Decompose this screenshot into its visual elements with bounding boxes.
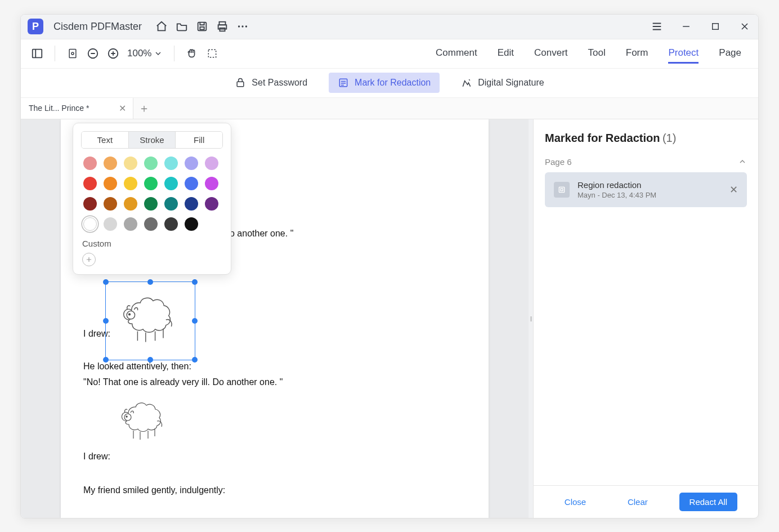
content-row: o another one. " I drew: He looked atten… bbox=[21, 119, 758, 518]
color-swatch[interactable] bbox=[104, 157, 117, 170]
color-picker-popup: Text Stroke Fill Custom bbox=[73, 123, 231, 275]
document-tab-label: The Lit... Prince * bbox=[29, 104, 89, 113]
close-window-button[interactable] bbox=[738, 20, 751, 33]
resize-handle[interactable] bbox=[103, 318, 109, 324]
tab-edit[interactable]: Edit bbox=[498, 44, 514, 64]
color-swatch[interactable] bbox=[205, 157, 218, 170]
color-tab-stroke[interactable]: Stroke bbox=[128, 132, 176, 148]
tab-convert[interactable]: Convert bbox=[534, 44, 568, 64]
zoom-level[interactable]: 100% bbox=[127, 48, 163, 59]
color-swatch[interactable] bbox=[144, 217, 158, 231]
page-group-header[interactable]: Page 6 bbox=[545, 157, 747, 167]
zoom-value: 100% bbox=[127, 48, 151, 59]
tab-protect[interactable]: Protect bbox=[668, 44, 699, 64]
sidebar-toggle-icon[interactable] bbox=[31, 47, 43, 60]
color-swatch[interactable] bbox=[83, 157, 97, 170]
zoom-in-icon[interactable] bbox=[107, 47, 119, 60]
svg-point-5 bbox=[238, 25, 240, 27]
color-swatch[interactable] bbox=[164, 197, 178, 211]
add-custom-color-button[interactable] bbox=[82, 253, 96, 266]
text-line: o another one. " bbox=[230, 229, 466, 239]
redact-icon bbox=[338, 77, 349, 88]
color-swatch[interactable] bbox=[164, 217, 178, 231]
home-icon[interactable] bbox=[155, 20, 168, 33]
redaction-selection[interactable] bbox=[105, 281, 195, 360]
set-password-button[interactable]: Set Password bbox=[226, 73, 316, 93]
menu-icon[interactable] bbox=[650, 20, 664, 33]
tab-comment[interactable]: Comment bbox=[436, 44, 477, 64]
color-swatch[interactable] bbox=[185, 217, 198, 231]
color-swatch[interactable] bbox=[164, 177, 178, 190]
color-swatch[interactable] bbox=[104, 177, 117, 190]
color-swatch[interactable] bbox=[124, 197, 137, 211]
more-icon[interactable] bbox=[236, 20, 249, 33]
color-tab-fill[interactable]: Fill bbox=[175, 132, 222, 148]
resize-handle[interactable] bbox=[192, 357, 198, 363]
custom-color-label: Custom bbox=[82, 239, 223, 248]
redact-all-button[interactable]: Redact All bbox=[679, 493, 738, 511]
color-swatch[interactable] bbox=[164, 157, 178, 170]
color-swatch[interactable] bbox=[83, 197, 97, 211]
delete-redaction-icon[interactable]: ✕ bbox=[729, 184, 738, 196]
redaction-item[interactable]: Region redaction Mayn - Dec 13, 4:43 PM … bbox=[545, 172, 747, 207]
lock-icon bbox=[235, 77, 246, 88]
text-line: He looked attentively, then: bbox=[83, 361, 466, 372]
color-swatch[interactable] bbox=[185, 157, 198, 170]
svg-point-18 bbox=[126, 415, 127, 417]
text-line: "No! That one is already very ill. Do an… bbox=[83, 377, 466, 387]
resize-handle[interactable] bbox=[103, 357, 109, 363]
redaction-title: Region redaction bbox=[577, 180, 722, 190]
color-swatch[interactable] bbox=[185, 177, 198, 190]
marquee-select-icon[interactable] bbox=[206, 47, 218, 60]
add-tab-button[interactable]: ＋ bbox=[133, 98, 155, 119]
resize-handle[interactable] bbox=[147, 279, 153, 285]
mode-tabs: Comment Edit Convert Tool Form Protect P… bbox=[436, 44, 748, 64]
color-swatch[interactable] bbox=[83, 177, 97, 190]
clear-button[interactable]: Clear bbox=[617, 493, 658, 511]
svg-rect-8 bbox=[713, 24, 719, 30]
color-swatch[interactable] bbox=[205, 177, 218, 190]
color-swatch[interactable] bbox=[144, 197, 158, 211]
redaction-info: Region redaction Mayn - Dec 13, 4:43 PM bbox=[577, 180, 722, 199]
color-swatch[interactable] bbox=[144, 177, 158, 190]
svg-rect-9 bbox=[33, 50, 42, 58]
tab-page[interactable]: Page bbox=[719, 44, 741, 64]
page-settings-icon[interactable] bbox=[66, 47, 79, 60]
resize-handle[interactable] bbox=[103, 279, 109, 285]
maximize-button[interactable] bbox=[709, 20, 722, 33]
digital-signature-button[interactable]: Digital Signature bbox=[452, 73, 553, 93]
app-window: P Cisdem PDFMaster bbox=[20, 14, 759, 518]
color-tab-text[interactable]: Text bbox=[82, 132, 128, 148]
zoom-out-icon[interactable] bbox=[87, 47, 99, 60]
color-swatch[interactable] bbox=[205, 197, 218, 211]
panel-resize-gutter[interactable] bbox=[529, 119, 533, 518]
panel-footer: Close Clear Redact All bbox=[534, 485, 758, 518]
tab-tool[interactable]: Tool bbox=[588, 44, 606, 64]
resize-handle[interactable] bbox=[192, 318, 198, 324]
open-folder-icon[interactable] bbox=[176, 20, 188, 33]
close-tab-icon[interactable]: ✕ bbox=[119, 103, 126, 114]
sheep-image bbox=[113, 393, 174, 449]
close-button[interactable]: Close bbox=[554, 493, 596, 511]
panel-title: Marked for Redaction bbox=[545, 132, 660, 144]
color-swatch[interactable] bbox=[124, 177, 137, 190]
resize-handle[interactable] bbox=[192, 279, 198, 285]
color-swatch[interactable] bbox=[104, 197, 117, 211]
save-icon[interactable] bbox=[196, 20, 208, 33]
separator bbox=[55, 46, 55, 61]
minimize-button[interactable] bbox=[679, 20, 693, 33]
mark-redaction-button[interactable]: Mark for Redaction bbox=[329, 73, 440, 93]
sheep-image bbox=[116, 289, 183, 351]
color-swatch[interactable] bbox=[144, 157, 158, 170]
color-swatch[interactable] bbox=[124, 217, 137, 231]
document-tab[interactable]: The Lit... Prince * ✕ bbox=[21, 98, 133, 119]
color-swatch[interactable] bbox=[83, 217, 97, 231]
resize-handle[interactable] bbox=[147, 357, 153, 363]
print-icon[interactable] bbox=[216, 20, 229, 33]
document-viewport[interactable]: o another one. " I drew: He looked atten… bbox=[21, 119, 529, 518]
color-swatch[interactable] bbox=[124, 157, 137, 170]
pan-hand-icon[interactable] bbox=[186, 47, 198, 60]
color-swatch[interactable] bbox=[104, 217, 117, 231]
tab-form[interactable]: Form bbox=[626, 44, 648, 64]
color-swatch[interactable] bbox=[185, 197, 198, 211]
